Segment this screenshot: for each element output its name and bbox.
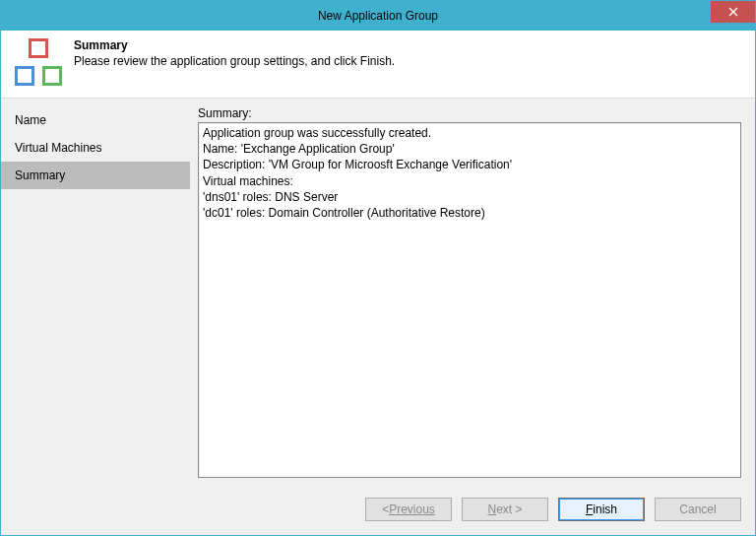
titlebar: New Application Group — [1, 1, 755, 31]
wizard-header: Summary Please review the application gr… — [1, 31, 755, 99]
window-title: New Application Group — [1, 9, 755, 23]
button-bar: < Previous Next > Finish Cancel — [1, 486, 755, 535]
app-group-icon — [15, 38, 62, 86]
cancel-button: Cancel — [655, 498, 741, 521]
nav-step-virtual-machines[interactable]: Virtual Machines — [1, 134, 190, 162]
wizard-body: Name Virtual Machines Summary Summary: A… — [1, 99, 755, 486]
step-nav: Name Virtual Machines Summary — [1, 99, 190, 486]
wizard-window: New Application Group Summary Please rev… — [0, 0, 756, 536]
page-title: Summary — [74, 38, 395, 52]
nav-step-summary[interactable]: Summary — [1, 162, 190, 189]
nav-step-name[interactable]: Name — [1, 106, 190, 134]
summary-label: Summary: — [198, 106, 741, 120]
content-area: Summary: Application group was successfu… — [190, 99, 755, 486]
header-text: Summary Please review the application gr… — [62, 38, 395, 86]
close-icon — [728, 7, 738, 17]
page-subtitle: Please review the application group sett… — [74, 54, 395, 68]
close-button[interactable] — [711, 1, 755, 23]
finish-button[interactable]: Finish — [558, 498, 645, 521]
next-button: Next > — [462, 498, 548, 521]
summary-textbox[interactable]: Application group was successfully creat… — [198, 122, 741, 478]
previous-button: < Previous — [365, 498, 452, 521]
